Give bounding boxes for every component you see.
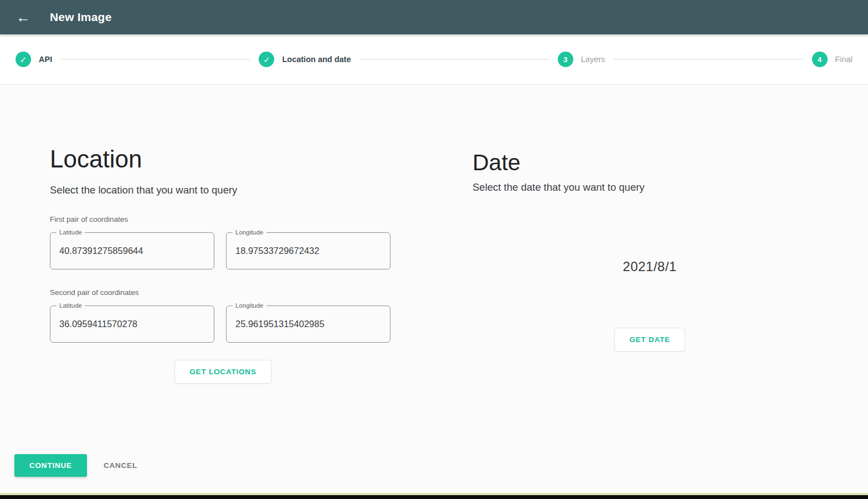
step-number-circle: 4 <box>812 52 828 67</box>
step-number-circle: 3 <box>558 52 573 67</box>
stepper-step-final[interactable]: 4 Final <box>812 52 852 67</box>
step-label: Location and date <box>282 55 351 64</box>
longitude-field-label: Longitude <box>233 228 266 236</box>
stepper-step-location-and-date[interactable]: ✓ Location and date <box>259 52 351 67</box>
check-icon: ✓ <box>263 55 270 64</box>
back-arrow-icon[interactable]: ← <box>12 6 34 28</box>
date-subtitle: Select the date that you want to query <box>472 181 827 194</box>
second-latitude-field: Latitude <box>50 305 214 343</box>
first-pair-label: First pair of coordinates <box>50 215 396 223</box>
bottom-actions: CONTINUE CANCEL <box>14 454 137 477</box>
check-circle-icon: ✓ <box>259 52 274 67</box>
latitude-field-label: Latitude <box>57 302 85 309</box>
step-label: Final <box>835 55 852 64</box>
app-bar: ← New Image <box>0 0 868 34</box>
stepper: ✓ API ✓ Location and date 3 Layers 4 Fin… <box>0 34 868 85</box>
step-label: Layers <box>581 55 605 64</box>
second-longitude-field: Longitude <box>226 305 391 343</box>
new-image-screen: ← New Image ✓ API ✓ Location and date 3 … <box>0 0 868 499</box>
second-pair-fields: Latitude Longitude <box>50 305 396 343</box>
stepper-connector <box>61 59 250 60</box>
page-title: New Image <box>50 11 112 24</box>
location-subtitle: Select the location that you want to que… <box>50 184 396 196</box>
second-pair-label: Second pair of coordinates <box>50 288 396 297</box>
first-longitude-input[interactable] <box>227 233 390 269</box>
location-section: Location Select the location that you wa… <box>50 84 396 384</box>
continue-button[interactable]: CONTINUE <box>14 454 87 477</box>
get-locations-button[interactable]: GET LOCATIONS <box>174 360 271 384</box>
stepper-step-api[interactable]: ✓ API <box>16 52 52 67</box>
longitude-field-label: Longitude <box>233 302 266 309</box>
stepper-connector <box>360 59 549 60</box>
date-section: Date Select the date that you want to qu… <box>472 84 827 352</box>
stepper-connector <box>614 59 803 60</box>
selected-date-value: 2021/8/1 <box>472 259 827 274</box>
check-circle-icon: ✓ <box>16 52 31 67</box>
location-title: Location <box>50 145 396 173</box>
step-number: 3 <box>563 56 567 63</box>
bottom-edge-bar <box>0 495 868 499</box>
second-longitude-input[interactable] <box>227 306 390 342</box>
date-title: Date <box>472 150 827 176</box>
first-latitude-field: Latitude <box>50 232 214 269</box>
second-latitude-input[interactable] <box>50 306 214 342</box>
step-number: 4 <box>818 56 821 63</box>
step-label: API <box>39 55 52 64</box>
stepper-step-layers[interactable]: 3 Layers <box>558 52 605 67</box>
cancel-button[interactable]: CANCEL <box>104 461 137 470</box>
screen-bottom-edge <box>0 493 868 499</box>
latitude-field-label: Latitude <box>57 228 85 236</box>
first-latitude-input[interactable] <box>50 233 214 269</box>
first-longitude-field: Longitude <box>226 232 391 269</box>
check-icon: ✓ <box>20 55 27 64</box>
first-pair-fields: Latitude Longitude <box>50 232 396 269</box>
get-date-button[interactable]: GET DATE <box>614 328 685 352</box>
